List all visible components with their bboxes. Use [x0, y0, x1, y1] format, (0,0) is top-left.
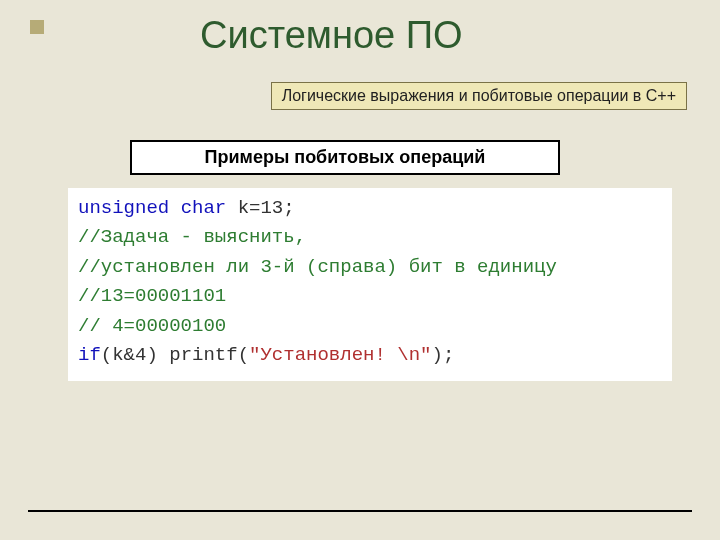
code-line-2: //Задача - выяснить, [78, 223, 662, 252]
section-heading: Примеры побитовых операций [130, 140, 560, 175]
subtitle-box: Логические выражения и побитовые операци… [271, 82, 687, 110]
keyword-unsigned: unsigned [78, 197, 169, 219]
keyword-char: char [181, 197, 227, 219]
code-text: k=13; [226, 197, 294, 219]
slide: Системное ПО Логические выражения и поби… [0, 0, 720, 540]
code-block: unsigned char k=13; //Задача - выяснить,… [68, 188, 672, 381]
code-string: "Установлен! \n" [249, 344, 431, 366]
code-line-5: // 4=00000100 [78, 312, 662, 341]
accent-square [30, 20, 44, 34]
code-line-6: if(k&4) printf("Установлен! \n"); [78, 341, 662, 370]
code-text: ); [431, 344, 454, 366]
code-line-4: //13=00001101 [78, 282, 662, 311]
code-text: (k&4) printf( [101, 344, 249, 366]
code-line-1: unsigned char k=13; [78, 194, 662, 223]
bottom-divider [28, 510, 692, 512]
keyword-if: if [78, 344, 101, 366]
page-title: Системное ПО [200, 14, 463, 57]
code-line-3: //установлен ли 3-й (справа) бит в едини… [78, 253, 662, 282]
